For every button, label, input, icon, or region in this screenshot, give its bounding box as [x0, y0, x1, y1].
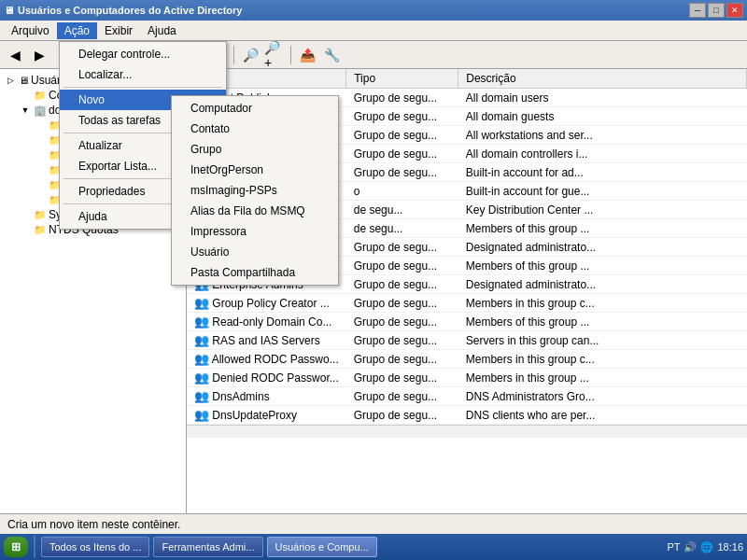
cell-descricao: DNS clients who are per... [458, 406, 747, 425]
forward-button[interactable]: ▶ [28, 44, 50, 66]
table-row[interactable]: 👥 Allowed RODC Passwo...Grupo de segu...… [187, 350, 747, 369]
cell-descricao: Members in this group ... [458, 369, 747, 387]
group-icon: 👥 [194, 408, 209, 422]
taskbar-todos-btn[interactable]: Todos os Itens do ... [41, 537, 149, 557]
menu-arquivo[interactable]: Arquivo [4, 22, 57, 39]
window-title: Usuários e Computadores do Active Direct… [18, 5, 242, 16]
submenu-contato[interactable]: Contato [172, 119, 338, 139]
taskbar-time: 18:16 [717, 541, 743, 553]
folder-icon: 📁 [34, 224, 47, 236]
cell-tipo: Grupo de segu... [346, 126, 458, 145]
cell-tipo: Grupo de segu... [346, 313, 458, 331]
submenu-pasta[interactable]: Pasta Compartilhada [172, 262, 338, 283]
group-icon: 👥 [194, 389, 209, 403]
filter-button[interactable]: 🔎 [239, 44, 261, 66]
taskbar-speaker-icon: 🔊 [684, 541, 697, 553]
cell-tipo: Grupo de segu... [346, 238, 458, 257]
menu-bar: Arquivo Ação Exibir Ajuda [0, 21, 747, 41]
cell-nome: 👥 DnsAdmins [187, 387, 346, 406]
cell-descricao: Key Distribution Center ... [458, 201, 747, 219]
start-button[interactable]: ⊞ [4, 537, 28, 557]
submenu-alias[interactable]: Alias da Fila do MSMQ [172, 201, 338, 221]
cell-tipo: de segu... [346, 201, 458, 219]
group-icon: 👥 [194, 371, 209, 385]
cell-tipo: Grupo de segu... [346, 145, 458, 163]
cell-tipo: Grupo de segu... [346, 350, 458, 369]
cell-descricao: Servers in this group can... [458, 331, 747, 350]
taskbar-usuarios-btn[interactable]: Usuários e Compu... [267, 537, 377, 557]
back-button[interactable]: ◀ [4, 44, 26, 66]
maximize-button[interactable]: □ [708, 3, 725, 18]
menu-exibir[interactable]: Exibir [97, 22, 140, 39]
cell-tipo: o [346, 182, 458, 201]
computer-icon: 🖥 [19, 75, 29, 86]
table-row[interactable]: 👥 DnsAdminsGrupo de segu...DNS Administr… [187, 387, 747, 406]
submenu-inetorgperson[interactable]: InetOrgPerson [172, 160, 338, 180]
settings-button[interactable]: 🔧 [320, 44, 343, 66]
cell-tipo: de segu... [346, 219, 458, 238]
taskbar-ferramentas-btn[interactable]: Ferramentas Admi... [153, 537, 262, 557]
filter-plus-button[interactable]: 🔎+ [263, 44, 286, 66]
title-bar: 🖥 Usuários e Computadores do Active Dire… [0, 0, 747, 21]
expand-icon: ▼ [19, 105, 32, 115]
title-text: 🖥 Usuários e Computadores do Active Dire… [4, 5, 242, 16]
windows-logo: ⊞ [11, 540, 21, 553]
submenu-impressora[interactable]: Impressora [172, 221, 338, 242]
cell-descricao: Designated administrato... [458, 275, 747, 294]
status-bar: Cria um novo item neste contêiner. [0, 513, 747, 534]
table-row[interactable]: 👥 DnsUpdateProxyGrupo de segu...DNS clie… [187, 406, 747, 425]
cell-tipo: Grupo de segu... [346, 387, 458, 406]
table-row[interactable]: 👥 Read-only Domain Co...Grupo de segu...… [187, 313, 747, 331]
minimize-button[interactable]: ─ [689, 3, 706, 18]
group-icon: 👥 [194, 352, 209, 366]
close-button[interactable]: ✕ [726, 3, 743, 18]
submenu-msimaging[interactable]: msImaging-PSPs [172, 180, 338, 201]
cell-descricao: All domain controllers i... [458, 145, 747, 163]
menu-delegar[interactable]: Delegar controle... [60, 44, 226, 64]
table-row[interactable]: 👥 RAS and IAS ServersGrupo de segu...Ser… [187, 331, 747, 350]
expand-icon: ▷ [4, 76, 17, 85]
col-descricao[interactable]: Descrição [458, 69, 747, 89]
cell-tipo: Grupo de segu... [346, 331, 458, 350]
cell-nome: 👥 Group Policy Creator ... [187, 294, 346, 313]
menu-ajuda[interactable]: Ajuda [140, 22, 184, 39]
app-icon: 🖥 [4, 5, 14, 16]
status-text: Cria um novo item neste contêiner. [7, 518, 180, 531]
cell-nome: 👥 Denied RODC Passwor... [187, 369, 346, 387]
cell-tipo: Grupo de segu... [346, 406, 458, 425]
cell-tipo: Grupo de segu... [346, 257, 458, 275]
table-row[interactable]: 👥 Denied RODC Passwor...Grupo de segu...… [187, 369, 747, 387]
submenu-computador[interactable]: Computador [172, 98, 338, 119]
menu-acao[interactable]: Ação [57, 22, 97, 39]
cell-descricao: Built-in account for ad... [458, 163, 747, 182]
taskbar-sep [34, 536, 35, 558]
taskbar-network-icon: 🌐 [700, 541, 713, 553]
taskbar: ⊞ Todos os Itens do ... Ferramentas Admi… [0, 534, 747, 560]
taskbar-lang: PT [667, 541, 680, 553]
submenu-usuario[interactable]: Usuário [172, 242, 338, 262]
folder-icon: 📁 [34, 209, 47, 221]
export-button[interactable]: 📤 [296, 44, 318, 66]
col-tipo[interactable]: Tipo [346, 69, 458, 89]
table-row[interactable]: 👥 Group Policy Creator ...Grupo de segu.… [187, 294, 747, 313]
cell-descricao: Members of this group ... [458, 219, 747, 238]
cell-descricao: Members in this group c... [458, 294, 747, 313]
cell-descricao: DNS Administrators Gro... [458, 387, 747, 406]
cell-descricao: Members in this group c... [458, 350, 747, 369]
window-controls: ─ □ ✕ [689, 3, 743, 18]
submenu-grupo[interactable]: Grupo [172, 139, 338, 160]
group-icon: 👥 [194, 296, 209, 310]
cell-tipo: Grupo de segu... [346, 275, 458, 294]
group-icon: 👥 [194, 333, 209, 347]
cell-descricao: All domain users [458, 89, 747, 107]
horizontal-scrollbar[interactable] [187, 425, 747, 438]
cell-nome: 👥 RAS and IAS Servers [187, 331, 346, 350]
cell-nome: 👥 DnsUpdateProxy [187, 406, 346, 425]
cell-nome: 👥 Read-only Domain Co... [187, 313, 346, 331]
cell-descricao: All workstations and ser... [458, 126, 747, 145]
taskbar-right: PT 🔊 🌐 18:16 [667, 541, 743, 553]
menu-localizar[interactable]: Localizar... [60, 64, 226, 85]
domain-icon: 🏢 [34, 105, 47, 117]
cell-tipo: Grupo de segu... [346, 163, 458, 182]
toolbar-sep-2 [233, 46, 234, 64]
